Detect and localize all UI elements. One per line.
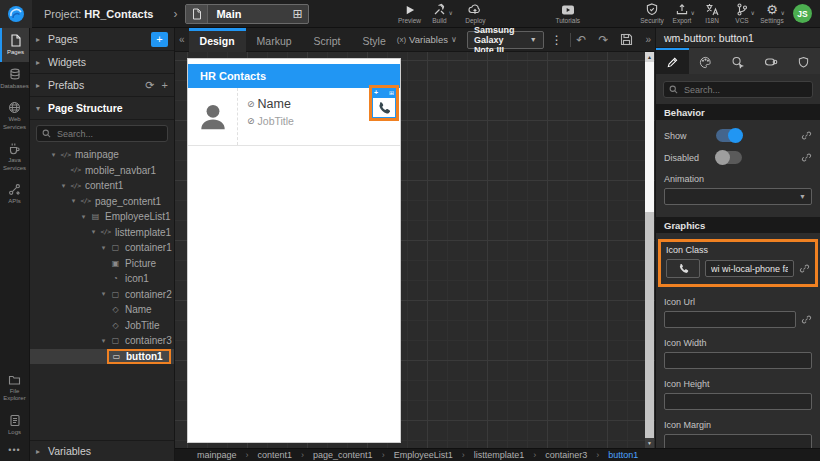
breadcrumb-listtemplate1[interactable]: listtemplate1	[474, 450, 525, 460]
section-widgets[interactable]: ▸ Widgets	[30, 51, 174, 74]
chevron-right-icon: ›	[173, 7, 177, 21]
build-button[interactable]: ∨ Build	[424, 0, 454, 28]
tree-item-mobile-navbar1[interactable]: </>mobile_navbar1	[30, 163, 174, 179]
preview-button[interactable]: Preview	[394, 0, 424, 28]
grid-view-icon[interactable]: ⊞	[286, 7, 308, 21]
picture-widget[interactable]	[188, 88, 238, 145]
tree-item-employeelist1[interactable]: ▾▤EmployeeList1	[30, 209, 174, 225]
disabled-toggle[interactable]	[716, 151, 742, 164]
icon-picker-button[interactable]	[666, 259, 700, 278]
canvas-vertical-scrollbar[interactable]: ▲ ▼	[645, 52, 654, 448]
wavemaker-logo-icon[interactable]	[0, 0, 32, 28]
scrollbar-thumb[interactable]	[645, 62, 654, 212]
tab-markup[interactable]: Markup	[246, 28, 303, 52]
bind-link-icon[interactable]	[801, 314, 812, 325]
security-button[interactable]: Security	[637, 0, 667, 28]
bind-link-icon[interactable]	[801, 130, 812, 141]
rail-item-pages[interactable]: Pages	[0, 28, 29, 62]
tree-item-picture[interactable]: ▣Picture	[30, 256, 174, 272]
rail-item-databases[interactable]: Databases	[0, 62, 29, 96]
save-button[interactable]	[614, 33, 639, 46]
tab-device[interactable]	[754, 48, 787, 74]
rail-item-web-services[interactable]: Web Services	[0, 95, 29, 136]
tree-item-content1[interactable]: ▾</>content1	[30, 178, 174, 194]
properties-search-input[interactable]	[682, 84, 807, 96]
rail-item-logs[interactable]: Logs	[0, 408, 29, 442]
tree-item-mainpage[interactable]: ▾</>mainpage	[30, 147, 174, 163]
section-pages[interactable]: ▸ Pages +	[30, 28, 174, 51]
name-label-widget[interactable]: ⊘ Name	[247, 97, 366, 111]
rail-more-button[interactable]: •••	[0, 441, 29, 461]
breadcrumb-content1[interactable]: content1	[258, 450, 293, 460]
tab-inspect[interactable]	[722, 48, 755, 74]
jobtitle-label-widget[interactable]: ⊘ JobTitle	[247, 115, 366, 127]
collapse-right-panel-button[interactable]: »	[641, 34, 655, 45]
icon-width-input[interactable]	[664, 352, 812, 369]
rail-item-apis[interactable]: APIs	[0, 177, 29, 211]
breadcrumb-container3[interactable]: container3	[545, 450, 587, 460]
breadcrumb-page-content1[interactable]: page_content1	[313, 450, 373, 460]
tree-item-container1[interactable]: ▾▢container1	[30, 240, 174, 256]
bind-link-icon[interactable]	[799, 263, 810, 274]
redo-button[interactable]: ↷	[592, 33, 614, 47]
tab-styles[interactable]	[689, 48, 722, 74]
vcs-button[interactable]: ∨ VCS	[727, 0, 757, 28]
show-toggle[interactable]	[716, 129, 742, 142]
section-variables[interactable]: ▸ Variables	[30, 440, 174, 461]
bind-link-icon[interactable]	[801, 152, 812, 163]
employee-list-item[interactable]: ⊘ Name ⊘ JobTitle + ⊞	[188, 88, 400, 146]
open-page-tab[interactable]: Main ⊞	[185, 4, 309, 24]
magnifier-cursor-icon	[731, 56, 744, 69]
widget-quick-actions[interactable]: + ⊞	[372, 88, 396, 97]
refresh-icon[interactable]: ⟳	[145, 79, 154, 92]
design-canvas[interactable]: HR Contacts ⊘ Name ⊘ JobTitle +	[175, 52, 655, 448]
tree-item-container2[interactable]: ▾▢container2	[30, 287, 174, 303]
tab-properties[interactable]	[656, 48, 689, 74]
selected-phone-button[interactable]: + ⊞	[369, 85, 399, 121]
breadcrumb-employeelist1[interactable]: EmployeeList1	[394, 450, 453, 460]
page-doc-icon	[186, 5, 208, 23]
rail-item-file-explorer[interactable]: File Explorer	[0, 368, 29, 408]
undo-button[interactable]: ↶	[570, 33, 592, 47]
settings-button[interactable]: ⚙∨ Settings	[757, 0, 787, 28]
scroll-up-arrow[interactable]: ▲	[645, 52, 654, 62]
breadcrumb-button1[interactable]: button1	[608, 450, 638, 460]
tab-security[interactable]	[787, 48, 820, 74]
tree-item-listtemplate1[interactable]: ▾</>listtemplate1	[30, 225, 174, 241]
rail-item-java-services[interactable]: Java Services	[0, 136, 29, 177]
device-selector[interactable]: Samsung Galaxy Note III ▼	[467, 31, 544, 49]
user-avatar[interactable]: JS	[793, 4, 812, 23]
add-widget-icon[interactable]: +	[374, 89, 378, 96]
breadcrumb-mainpage[interactable]: mainpage	[197, 450, 237, 460]
widget-menu-icon[interactable]: ⊞	[389, 90, 394, 96]
tutorials-button[interactable]: Tutorials	[552, 0, 583, 28]
icon-margin-input[interactable]	[664, 434, 812, 448]
tab-design[interactable]: Design	[189, 28, 246, 52]
more-options-menu[interactable]: ⋮	[544, 33, 570, 47]
add-prefab-button[interactable]: +	[162, 79, 168, 91]
tab-script[interactable]: Script	[303, 28, 352, 52]
tree-item-page-content1[interactable]: ▾</>page_content1	[30, 194, 174, 210]
i18n-button[interactable]: I18N	[697, 0, 727, 28]
section-page-structure[interactable]: ▾ Page Structure	[30, 97, 174, 120]
phone-button-widget[interactable]	[372, 97, 396, 118]
tree-item-button1-selected[interactable]: ▭button1	[30, 349, 174, 365]
collapse-left-panel-button[interactable]: «	[175, 34, 189, 45]
variables-dropdown[interactable]: (x) Variables ∨	[397, 34, 457, 45]
scroll-down-arrow[interactable]: ▼	[645, 438, 654, 448]
structure-search-input[interactable]	[55, 128, 162, 140]
export-button[interactable]: ∨ Export	[667, 0, 697, 28]
tree-item-container3[interactable]: ▾▢container3	[30, 333, 174, 349]
variable-sign-icon: (x)	[397, 35, 406, 44]
add-page-button[interactable]: +	[151, 32, 168, 47]
tree-item-icon1[interactable]: ◔icon1	[30, 271, 174, 287]
icon-url-input[interactable]	[664, 311, 796, 328]
icon-height-input[interactable]	[664, 393, 812, 410]
animation-select[interactable]: ▼	[664, 188, 812, 205]
deploy-button[interactable]: Deploy	[460, 0, 490, 28]
tree-item-jobtitle[interactable]: ◇JobTitle	[30, 318, 174, 334]
icon-class-input[interactable]	[705, 260, 794, 277]
tab-style[interactable]: Style	[351, 28, 396, 52]
tree-item-name[interactable]: ◇Name	[30, 302, 174, 318]
section-prefabs[interactable]: ▸ Prefabs ⟳ +	[30, 74, 174, 97]
